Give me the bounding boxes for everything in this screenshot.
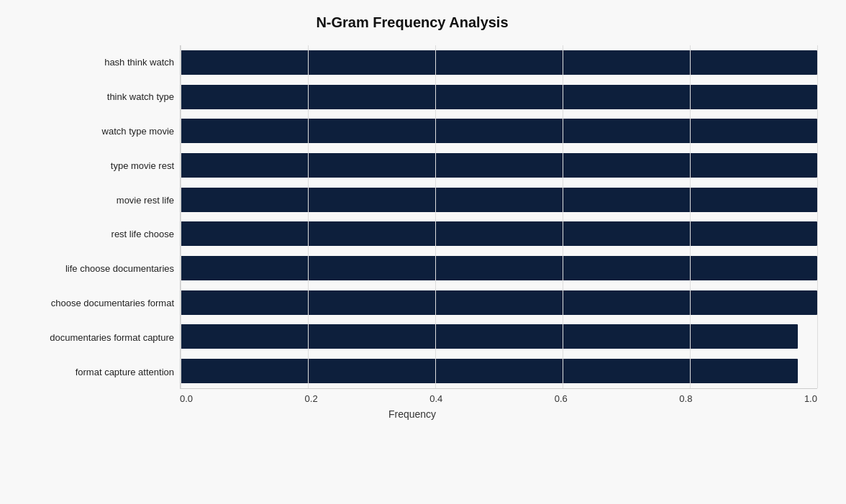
y-labels: hash think watchthink watch typewatch ty… — [7, 45, 180, 389]
bar-row — [181, 357, 817, 385]
chart-container: N-Gram Frequency Analysis hash think wat… — [0, 0, 846, 504]
y-label: hash think watch — [104, 58, 174, 67]
chart-area: hash think watchthink watch typewatch ty… — [7, 45, 817, 420]
bar-row — [181, 116, 817, 145]
bar — [181, 256, 817, 280]
bar — [181, 221, 817, 246]
bar-row — [181, 322, 817, 351]
y-label: documentaries format capture — [50, 333, 174, 342]
y-label: type movie rest — [111, 161, 174, 170]
x-tick: 0.8 — [679, 393, 692, 404]
y-label: format capture attention — [76, 367, 174, 377]
bar-row — [181, 254, 817, 283]
bar-row — [181, 151, 817, 180]
bar-row — [181, 83, 817, 111]
y-label: think watch type — [107, 92, 174, 101]
bar — [181, 324, 798, 349]
x-tick: 0.6 — [555, 393, 568, 404]
y-label: choose documentaries format — [51, 298, 174, 308]
bar — [181, 290, 817, 315]
bar — [181, 153, 817, 178]
bar-row — [181, 185, 817, 214]
bar — [181, 188, 817, 212]
bars-area — [180, 45, 817, 389]
bar — [181, 50, 817, 75]
x-tick: 0.0 — [180, 393, 193, 404]
x-tick: 0.2 — [305, 393, 318, 404]
x-axis-label: Frequency — [7, 408, 817, 420]
x-tick: 1.0 — [804, 393, 817, 404]
bar-row — [181, 48, 817, 77]
y-label: watch type movie — [102, 127, 174, 136]
bar — [181, 359, 798, 383]
bar-row — [181, 288, 817, 317]
bar-row — [181, 219, 817, 248]
y-label: movie rest life — [117, 196, 174, 205]
y-label: rest life choose — [112, 229, 174, 239]
y-label: life choose documentaries — [65, 264, 174, 273]
chart-inner: hash think watchthink watch typewatch ty… — [7, 45, 817, 389]
chart-title: N-Gram Frequency Analysis — [7, 14, 817, 31]
x-tick: 0.4 — [429, 393, 442, 404]
bar — [181, 119, 817, 143]
bar — [181, 85, 817, 109]
x-axis: 0.00.20.40.60.81.0 — [180, 393, 817, 404]
grid-line — [817, 45, 818, 388]
